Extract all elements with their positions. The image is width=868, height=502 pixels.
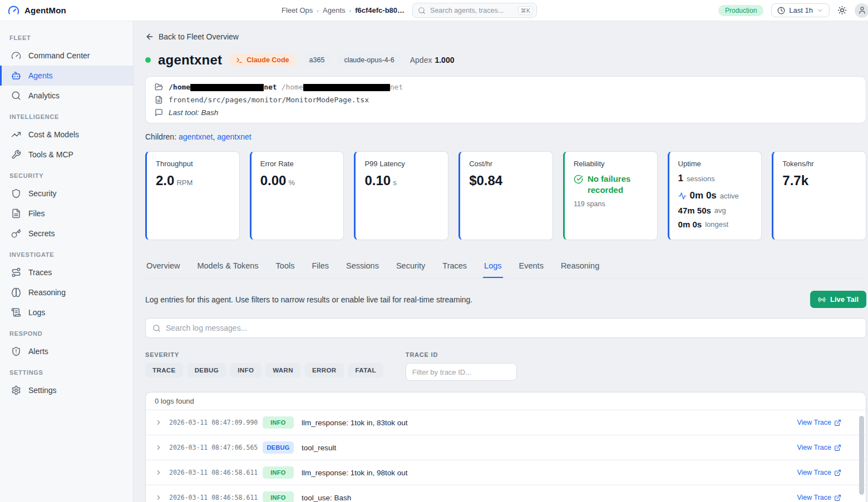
metric-unit: % [288,178,295,187]
sidebar-section-respond: RESPOND [0,322,133,341]
metric-card-uptime: Uptime 1sessions 0m 0sactive 47m 50savg … [668,151,762,240]
table-scrollbar[interactable] [859,416,864,495]
breadcrumb-root[interactable]: Fleet Ops [282,6,313,14]
view-trace-link[interactable]: View Trace [797,444,841,451]
metric-label: Tokens/hr [782,160,857,168]
gear-icon [11,385,21,395]
user-icon [858,6,866,14]
sidebar-item-cost-models[interactable]: Cost & Models [0,125,133,145]
sidebar-item-secrets[interactable]: Secrets [0,223,133,243]
activity-icon [678,192,687,200]
environment-badge: Production [718,5,763,16]
tab-reasoning[interactable]: Reasoning [560,258,600,278]
severity-filter-fatal[interactable]: FATAL [348,363,383,377]
metric-label: Uptime [678,160,753,168]
sidebar-item-reasoning[interactable]: Reasoning [0,282,133,302]
tab-tools[interactable]: Tools [275,258,296,278]
sidebar-item-command-center[interactable]: Command Center [0,46,133,66]
view-trace-label: View Trace [797,469,831,476]
severity-filter-info[interactable]: INFO [230,363,261,377]
tab-traces[interactable]: Traces [441,258,468,278]
agent-header: agentxnet Claude Code a365 claude-opus-4… [145,52,866,68]
trace-id-input[interactable] [406,363,517,381]
metric-card-throughput: Throughput 2.0RPM [145,151,240,240]
severity-filter-error[interactable]: ERROR [305,363,344,377]
view-trace-label: View Trace [797,419,831,426]
severity-filter-debug[interactable]: DEBUG [188,363,226,377]
file-icon [155,96,163,104]
chevron-right-icon[interactable] [155,494,162,501]
tab-overview[interactable]: Overview [145,258,181,278]
child-agent-link[interactable]: agentxnet [179,132,213,141]
tab-files[interactable]: Files [310,258,330,278]
theme-toggle-button[interactable] [837,6,847,15]
log-search-box[interactable] [145,318,866,338]
metric-label: Cost/hr [469,160,544,168]
log-row[interactable]: 2026-03-11 08:46:58.611 INFO tool_use: B… [146,485,866,502]
tab-models-tokens[interactable]: Models & Tokens [196,258,259,278]
back-link-label: Back to Fleet Overview [159,32,239,41]
log-timestamp: 2026-03-11 08:47:06.565 [169,444,263,451]
sidebar: FLEET Command Center Agents Analytics IN… [0,21,134,502]
uptime-longest-value: 0m 0s [678,220,702,229]
sidebar-item-security[interactable]: Security [0,183,133,203]
log-row[interactable]: 2026-03-11 08:47:09.990 INFO llm_respons… [146,410,866,435]
log-row[interactable]: 2026-03-11 08:46:58.611 INFO llm_respons… [146,460,866,485]
trace-id-filter-group: TRACE ID [406,351,517,381]
sidebar-item-settings[interactable]: Settings [0,380,133,400]
tab-events[interactable]: Events [518,258,545,278]
breadcrumb-current: f6cf4efc-b80… [355,6,405,14]
tab-logs[interactable]: Logs [483,258,502,278]
sidebar-section-intelligence: INTELLIGENCE [0,106,133,125]
log-search-input[interactable] [166,324,859,332]
severity-badge: INFO [263,466,294,479]
view-trace-link[interactable]: View Trace [797,494,841,501]
apdex-label: Apdex [410,56,432,64]
agent-info-box: /homenet/homenet frontend/src/pages/moni… [145,76,866,123]
metric-card-cost-hr: Cost/hr $0.84 [458,151,553,240]
message-square-icon [155,108,163,117]
redacted-path-segment [190,84,264,91]
view-trace-link[interactable]: View Trace [797,469,841,476]
log-timestamp: 2026-03-11 08:47:09.990 [169,419,263,426]
severity-filter-trace[interactable]: TRACE [145,363,183,377]
breadcrumb-section[interactable]: Agents [323,6,345,14]
search-icon [152,324,161,332]
child-agent-link[interactable]: agentxnet [217,132,251,141]
breadcrumb: Fleet Ops › Agents › f6cf4efc-b80… [282,6,405,14]
sidebar-item-logs[interactable]: Logs [0,302,133,322]
sidebar-item-agents[interactable]: Agents [0,66,133,86]
top-bar: AgentMon Fleet Ops › Agents › f6cf4efc-b… [0,0,868,21]
chevron-right-icon[interactable] [155,469,162,476]
sidebar-item-traces[interactable]: Traces [0,262,133,282]
sidebar-item-files[interactable]: Files [0,203,133,223]
check-circle-icon [574,175,583,184]
metric-value: 2.0 [156,173,174,188]
time-range-select[interactable]: Last 1h [771,3,830,17]
user-avatar[interactable] [855,3,868,18]
sidebar-item-label: Settings [28,386,57,395]
back-to-fleet-link[interactable]: Back to Fleet Overview [145,32,239,41]
view-trace-link[interactable]: View Trace [797,419,841,426]
redacted-path-segment [303,84,390,91]
live-tail-button[interactable]: Live Tail [810,291,866,308]
shield-icon [11,188,21,198]
metric-value: 0.00 [260,173,287,188]
log-row[interactable]: 2026-03-11 08:47:06.565 DEBUG tool_resul… [146,435,866,460]
chevron-right-icon[interactable] [155,419,162,426]
key-icon [11,228,21,238]
apdex-value: 1.000 [435,56,454,64]
sidebar-item-label: Traces [28,268,52,277]
global-search[interactable]: Search agents, traces... ⌘K [412,3,537,18]
chevron-right-icon[interactable] [155,444,162,451]
sidebar-item-tools-mcp[interactable]: Tools & MCP [0,145,133,165]
sidebar-item-analytics[interactable]: Analytics [0,86,133,106]
brain-icon [11,287,21,297]
gauge-logo-icon [8,4,19,16]
sidebar-item-alerts[interactable]: Alerts [0,341,133,361]
radio-icon [818,296,826,304]
app-brand[interactable]: AgentMon [8,4,145,16]
tab-security[interactable]: Security [395,258,426,278]
tab-sessions[interactable]: Sessions [345,258,380,278]
severity-filter-warn[interactable]: WARN [265,363,300,377]
